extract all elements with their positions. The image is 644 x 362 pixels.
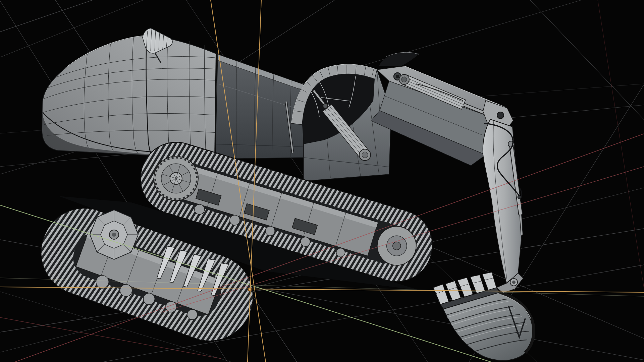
viewport-3d[interactable] bbox=[0, 0, 644, 362]
excavator-idler-wheel[interactable] bbox=[90, 210, 138, 259]
object-origin-marker[interactable] bbox=[249, 288, 252, 291]
viewport-canvas[interactable] bbox=[0, 0, 644, 362]
